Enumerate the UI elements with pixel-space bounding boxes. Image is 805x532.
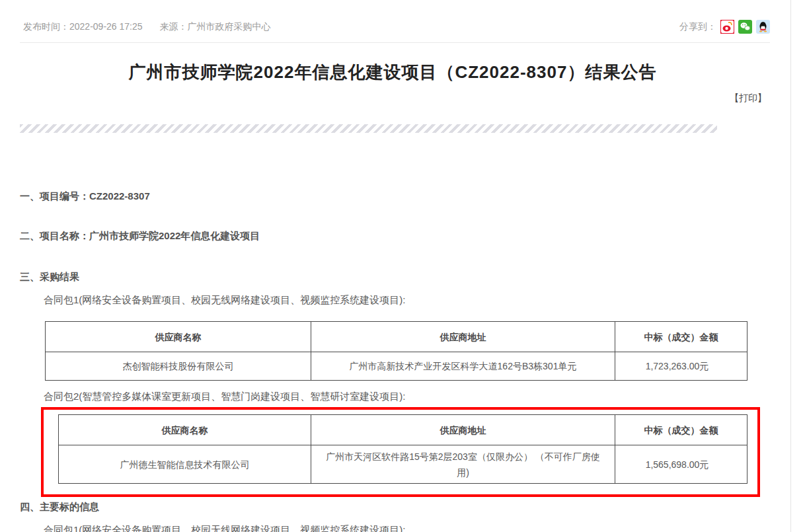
column-header-award-amount: 中标（成交）金额 (615, 415, 748, 445)
publish-time-label: 发布时间： (23, 21, 69, 32)
supplier-name-cell: 广州德生智能信息技术有限公司 (59, 445, 311, 484)
column-header-supplier-address: 供应商地址 (311, 415, 615, 445)
hatched-divider (20, 124, 717, 133)
source-label: 来源： (160, 21, 188, 32)
package1-intro: 合同包1(网络安全设备购置项目、校园无线网络建设项目、视频监控系统建设项目): (44, 295, 805, 305)
section-procurement-result: 三、采购结果 (20, 272, 805, 282)
print-button[interactable]: 【打印】 (730, 93, 767, 103)
wechat-share-icon[interactable] (738, 20, 752, 34)
supplier-address-cell: 广州市高新技术产业开发区科学大道162号B3栋301单元 (311, 352, 615, 381)
table-row: 广州德生智能信息技术有限公司 广州市天河区软件路15号第2层203室（仅限办公）… (59, 445, 748, 484)
award-amount-cell: 1,723,263.00元 (615, 352, 748, 381)
source-value: 广州市政府采购中心 (188, 21, 271, 32)
qq-share-icon[interactable] (756, 20, 770, 34)
page-title: 广州市技师学院2022年信息化建设项目（CZ2022-8307）结果公告 (20, 60, 765, 84)
section-project-number: 一、项目编号：CZ2022-8307 (20, 191, 805, 202)
column-header-supplier-address: 供应商地址 (311, 322, 615, 352)
publish-meta: 发布时间：2022-09-26 17:25来源：广州市政府采购中心 (23, 21, 271, 33)
package2-intro: 合同包2(智慧管控多媒体课室更新项目、智慧门岗建设项目、智慧研讨室建设项目): (44, 391, 805, 402)
package1-table: 供应商名称 供应商地址 中标（成交）金额 杰创智能科技股份有限公司 广州市高新技… (45, 321, 748, 381)
package2-table: 供应商名称 供应商地址 中标（成交）金额 广州德生智能信息技术有限公司 广州市天… (58, 414, 748, 484)
clipped-package1-intro: 合同包1(网络安全设备购置项目、校园无线网络建设项目、视频监控系统建设项目): (44, 525, 805, 532)
section-project-name: 二、项目名称：广州市技师学院2022年信息化建设项目 (20, 231, 805, 241)
column-header-supplier-name: 供应商名称 (59, 415, 311, 445)
page-right-border (790, 0, 791, 532)
publish-time-value: 2022-09-26 17:25 (69, 21, 143, 32)
share-bar: 分享到： (679, 20, 770, 34)
print-row: 【打印】 (0, 92, 767, 104)
award-amount-cell: 1,565,698.00元 (615, 445, 748, 484)
supplier-address-cell: 广州市天河区软件路15号第2层203室（仅限办公） （不可作厂房使用) (311, 445, 615, 484)
weibo-share-icon[interactable] (720, 20, 734, 34)
package1-header-row: 供应商名称 供应商地址 中标（成交）金额 (46, 322, 748, 352)
table-row: 杰创智能科技股份有限公司 广州市高新技术产业开发区科学大道162号B3栋301单… (46, 352, 748, 381)
column-header-award-amount: 中标（成交）金额 (615, 322, 748, 352)
top-meta-bar: 发布时间：2022-09-26 17:25来源：广州市政府采购中心 分享到： (20, 0, 770, 43)
supplier-name-cell: 杰创智能科技股份有限公司 (46, 352, 311, 381)
red-highlight-box: 供应商名称 供应商地址 中标（成交）金额 广州德生智能信息技术有限公司 广州市天… (41, 407, 760, 497)
section-main-subject-info: 四、主要标的信息 (20, 502, 805, 512)
share-label: 分享到： (679, 21, 716, 33)
column-header-supplier-name: 供应商名称 (46, 322, 311, 352)
package2-header-row: 供应商名称 供应商地址 中标（成交）金额 (59, 415, 748, 445)
